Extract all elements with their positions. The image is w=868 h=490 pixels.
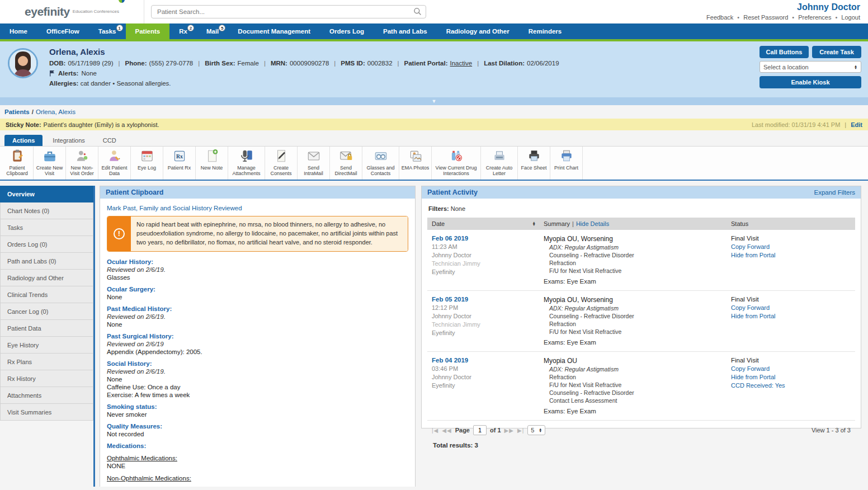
nav-patients[interactable]: Patients <box>126 23 170 39</box>
patient-search-input[interactable] <box>151 5 426 18</box>
new-non-visit-order-button[interactable]: New Non-Visit Order <box>66 147 98 180</box>
tab-ccd[interactable]: CCD <box>95 135 124 146</box>
enable-kiosk-button[interactable]: Enable Kiosk <box>760 76 861 88</box>
hide-from-portal-link[interactable]: Hide from Portal <box>731 313 851 319</box>
hide-from-portal-link[interactable]: Hide from Portal <box>731 374 851 380</box>
sort-icon[interactable]: ▲▼ <box>532 222 536 227</box>
mark-history-reviewed-link[interactable]: Mark Past, Family and Social History Rev… <box>107 205 242 211</box>
first-page-button[interactable]: |◀ <box>432 427 438 434</box>
nav-label: OfficeFlow <box>46 28 79 35</box>
patient-avatar[interactable] <box>8 48 38 78</box>
ccd-received-link[interactable]: CCD Received: Yes <box>731 382 851 389</box>
copy-forward-link[interactable]: Copy Forward <box>731 243 851 250</box>
nav-rx[interactable]: Rx2 <box>169 23 197 39</box>
tool-label: Send DirectMail <box>331 165 361 177</box>
nav-label: Document Management <box>238 28 310 35</box>
create-new-visit-button[interactable]: Create New Visit <box>34 147 66 180</box>
visit-status: Final Visit <box>731 296 851 303</box>
sidebar-item-rx-history[interactable]: Rx History <box>0 370 93 387</box>
sidebar-item-cancer-log[interactable]: Cancer Log (0) <box>0 303 93 320</box>
expand-filters-link[interactable]: Expand Filters <box>814 189 855 196</box>
call-buttons-button[interactable]: Call Buttons <box>760 46 809 58</box>
print-chart-button[interactable]: Print Chart <box>550 147 583 180</box>
detail-patient-portal[interactable]: Patient Portal:Inactive <box>393 60 473 67</box>
user-name: Johnny Doctor <box>706 2 860 12</box>
sidebar-item-attachments[interactable]: Attachments <box>0 387 93 404</box>
next-page-button[interactable]: ▶▶ <box>504 427 514 434</box>
nav-reminders[interactable]: Reminders <box>519 23 571 39</box>
sidebar-item-clinical-trends[interactable]: Clinical Trends <box>0 286 93 303</box>
alerts-value: None <box>81 70 97 77</box>
nav-label: Patients <box>135 28 161 35</box>
page-number-input[interactable] <box>473 425 487 435</box>
create-auto-letter-button[interactable]: Create Auto Letter <box>481 147 518 180</box>
nav-home[interactable]: Home <box>0 23 37 39</box>
eye-log-button[interactable]: Eye Log <box>131 147 163 180</box>
create-consents-button[interactable]: Create Consents <box>265 147 298 180</box>
patient-rx-button[interactable]: Rx Patient Rx <box>163 147 196 180</box>
sidebar-item-patient-data[interactable]: Patient Data <box>0 320 93 337</box>
face-sheet-button[interactable]: Face Sheet <box>518 147 550 180</box>
page-size-select[interactable]: 5 ▲▼ <box>527 425 545 435</box>
sidebar-item-radiology-and-other[interactable]: Radiology and Other <box>0 270 93 286</box>
sidebar-item-overview[interactable]: Overview <box>0 186 93 202</box>
tab-integrations[interactable]: Integrations <box>45 135 92 146</box>
logout-link[interactable]: Logout <box>831 14 860 21</box>
search-icon[interactable] <box>413 7 422 16</box>
nav-document-management[interactable]: Document Management <box>228 23 320 39</box>
tab-actions[interactable]: Actions <box>4 135 43 146</box>
copy-forward-link[interactable]: Copy Forward <box>731 365 851 372</box>
new-note-button[interactable]: New Note <box>196 147 228 180</box>
location-select[interactable]: Select a location ▲▼ <box>760 61 861 73</box>
nav-officeflow[interactable]: OfficeFlow <box>37 23 89 39</box>
nav-tasks[interactable]: Tasks1 <box>89 23 126 39</box>
visit-date-link[interactable]: Feb 06 2019 <box>432 235 468 242</box>
nav-radiology-and-other[interactable]: Radiology and Other <box>437 23 519 39</box>
edit-patient-data-button[interactable]: Edit Patient Data <box>98 147 131 180</box>
section-heading: Ocular Surgery: <box>107 286 408 293</box>
visit-date-link[interactable]: Feb 04 2019 <box>432 357 468 364</box>
section-ocular-surgery: Ocular Surgery: None <box>107 286 408 300</box>
patient-clipboard-panel: Patient Clipboard Mark Past, Family and … <box>100 186 416 487</box>
sidebar-item-tasks[interactable]: Tasks <box>0 219 93 236</box>
send-directmail-button[interactable]: Send DirectMail <box>330 147 362 180</box>
column-date[interactable]: Date ▲▼ <box>432 220 544 227</box>
create-task-button[interactable]: Create Task <box>812 46 861 58</box>
hide-details-link[interactable]: Hide Details <box>576 220 609 227</box>
sidebar-item-path-and-labs[interactable]: Path and Labs (0) <box>0 253 93 270</box>
nav-mail[interactable]: Mail5 <box>197 23 228 39</box>
ema-photos-button[interactable]: EMA Photos <box>399 147 432 180</box>
copy-forward-link[interactable]: Copy Forward <box>731 304 851 311</box>
breadcrumb-patients-link[interactable]: Patients <box>4 109 30 115</box>
nav-orders-log[interactable]: Orders Log <box>320 23 374 39</box>
prev-page-button[interactable]: ◀◀ <box>442 427 451 434</box>
preferences-link[interactable]: Preferences <box>788 14 831 21</box>
sidebar-item-orders-log[interactable]: Orders Log (0) <box>0 236 93 253</box>
feedback-link[interactable]: Feedback <box>706 14 733 21</box>
visit-date-link[interactable]: Feb 05 2019 <box>432 296 468 303</box>
activity-row: Feb 04 2019 03:46 PM Johnny Doctor Eyefi… <box>427 352 855 421</box>
view-current-drug-interactions-button[interactable]: View Current Drug Interactions <box>432 147 481 180</box>
sidebar-item-eye-history[interactable]: Eye History <box>0 337 93 354</box>
manage-attachments-button[interactable]: Manage Attachments <box>228 147 265 180</box>
patient-rx-icon: Rx <box>172 149 187 163</box>
hide-from-portal-link[interactable]: Hide from Portal <box>731 252 851 258</box>
last-page-button[interactable]: ▶| <box>517 427 524 434</box>
banner-collapse-strip[interactable]: ▼ <box>0 97 868 105</box>
nav-path-and-labs[interactable]: Path and Labs <box>374 23 437 39</box>
sidebar-item-rx-plans[interactable]: Rx Plans <box>0 354 93 370</box>
glasses-and-contacts-button[interactable]: Glasses and Contacts <box>362 147 399 180</box>
app-logo[interactable]: eyefinity Education Conferences <box>0 0 144 23</box>
sidebar-item-chart-notes[interactable]: Chart Notes (0) <box>0 202 93 219</box>
sticky-edit-link[interactable]: Edit <box>851 121 862 128</box>
tool-label: Send IntraMail <box>299 165 328 177</box>
pagination: |◀ ◀◀ Page of 1 ▶▶ ▶| 5 ▲▼ View 1 - 3 of… <box>427 421 855 436</box>
clipboard-panel-header: Patient Clipboard <box>100 186 415 199</box>
send-intramail-button[interactable]: Send IntraMail <box>298 147 330 180</box>
sidebar-item-visit-summaries[interactable]: Visit Summaries <box>0 404 93 421</box>
tool-label: View Current Drug Interactions <box>433 165 479 177</box>
section-line: Never smoker <box>107 411 408 418</box>
left-sidebar: Overview Chart Notes (0) Tasks Orders Lo… <box>0 186 95 487</box>
patient-clipboard-button[interactable]: Patient Clipboard <box>1 147 34 180</box>
reset-password-link[interactable]: Reset Password <box>733 14 788 21</box>
